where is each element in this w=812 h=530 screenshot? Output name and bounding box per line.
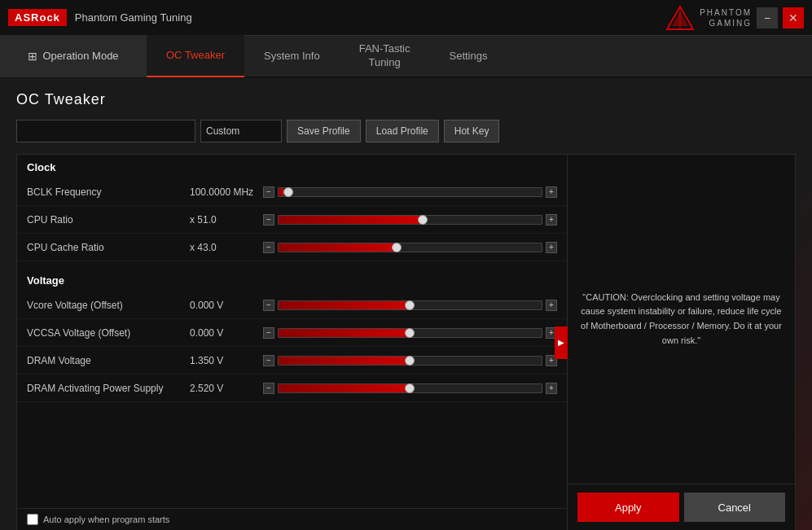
load-profile-button[interactable]: Load Profile — [366, 120, 439, 142]
tab-fan-tastic[interactable]: FAN-TasticTuning — [340, 35, 430, 77]
table-row: DRAM Voltage 1.350 V − + — [17, 347, 567, 375]
titlebar: ASRock Phantom Gaming Tuning PHANTOM GAM… — [0, 0, 812, 36]
table-row: CPU Ratio x 51.0 − + — [17, 206, 567, 234]
slider-fill — [279, 243, 397, 252]
titlebar-right: PHANTOM GAMING − ✕ — [665, 5, 804, 31]
setting-value: 0.000 V — [190, 327, 263, 339]
settings-area: Clock BCLK Frequency 100.0000 MHz − + C — [16, 154, 568, 530]
right-panel: ▶ "CAUTION: Overclocking and setting vol… — [568, 154, 796, 530]
slider-container: − + — [263, 242, 557, 253]
tab-operation-mode[interactable]: ⊞ Operation Mode — [0, 35, 147, 77]
setting-label: VCCSA Voltage (Offset) — [27, 327, 190, 339]
tab-settings[interactable]: Settings — [430, 35, 507, 77]
auto-apply-label: Auto apply when program starts — [43, 515, 169, 524]
close-button[interactable]: ✕ — [783, 7, 804, 28]
slider-plus[interactable]: + — [546, 300, 557, 311]
navbar: ⊞ Operation Mode OC Tweaker System Info … — [0, 36, 812, 78]
slider-fill — [279, 216, 424, 224]
slider-thumb — [405, 383, 415, 393]
slider-fill — [279, 329, 410, 337]
setting-value: 0.000 V — [190, 300, 263, 311]
setting-label: DRAM Voltage — [27, 355, 190, 366]
save-profile-button[interactable]: Save Profile — [287, 120, 361, 142]
main-content: OC Tweaker Save Profile Load Profile Hot… — [0, 78, 812, 530]
slider-track[interactable] — [278, 383, 542, 393]
slider-container: − + — [263, 300, 557, 311]
asrock-logo: ASRock — [8, 9, 67, 26]
setting-value: 100.0000 MHz — [190, 186, 263, 198]
slider-container: − + — [263, 214, 557, 226]
settings-scroll[interactable]: Clock BCLK Frequency 100.0000 MHz − + C — [17, 155, 567, 530]
cancel-button[interactable]: Cancel — [684, 493, 786, 522]
slider-fill — [279, 301, 410, 309]
auto-apply-checkbox[interactable] — [27, 514, 38, 525]
slider-track[interactable] — [278, 300, 542, 310]
warning-text: "CAUTION: Overclocking and setting volta… — [581, 291, 782, 348]
setting-value: x 43.0 — [190, 242, 263, 253]
auto-apply-row: Auto apply when program starts — [17, 508, 567, 530]
slider-track[interactable] — [278, 215, 542, 225]
slider-thumb — [418, 215, 428, 225]
slider-plus[interactable]: + — [546, 242, 557, 253]
setting-label: DRAM Activating Power Supply — [27, 383, 190, 394]
action-row: Apply Cancel — [568, 484, 796, 530]
slider-thumb — [392, 243, 402, 252]
slider-thumb — [405, 356, 415, 366]
slider-fill — [279, 357, 410, 365]
slider-track[interactable] — [278, 328, 542, 338]
tab-label: FAN-TasticTuning — [359, 42, 410, 70]
slider-minus[interactable]: − — [263, 383, 274, 394]
slider-plus[interactable]: + — [546, 186, 557, 198]
tab-label: OC Tweaker — [166, 49, 225, 63]
profile-row: Save Profile Load Profile Hot Key — [16, 120, 796, 142]
tab-label: System Info — [264, 50, 320, 64]
tweaker-panel: Clock BCLK Frequency 100.0000 MHz − + C — [16, 154, 796, 530]
slider-fill — [279, 384, 410, 392]
slider-thumb — [405, 328, 415, 338]
slider-plus[interactable]: + — [546, 214, 557, 226]
table-row: CPU Cache Ratio x 43.0 − + — [17, 234, 567, 261]
setting-value: 1.350 V — [190, 355, 263, 366]
page-title: OC Tweaker — [16, 91, 796, 108]
setting-label: CPU Cache Ratio — [27, 242, 190, 253]
slider-minus[interactable]: − — [263, 355, 274, 366]
grid-icon: ⊞ — [28, 49, 37, 64]
voltage-section-header: Voltage — [17, 268, 567, 291]
slider-track[interactable] — [278, 243, 542, 252]
minimize-button[interactable]: − — [757, 7, 778, 28]
slider-container: − + — [263, 186, 557, 198]
setting-value: 2.520 V — [190, 383, 263, 394]
apply-button[interactable]: Apply — [577, 493, 679, 522]
slider-track[interactable] — [278, 356, 542, 366]
profile-name-input[interactable] — [200, 120, 282, 142]
slider-thumb — [283, 187, 293, 197]
setting-label: CPU Ratio — [27, 214, 190, 226]
setting-label: Vcore Voltage (Offset) — [27, 300, 190, 311]
slider-minus[interactable]: − — [263, 186, 274, 198]
tab-label: Operation Mode — [42, 50, 118, 64]
tab-system-info[interactable]: System Info — [244, 35, 340, 77]
slider-minus[interactable]: − — [263, 214, 274, 226]
app-title: Phantom Gaming Tuning — [75, 11, 192, 24]
table-row: BCLK Frequency 100.0000 MHz − + — [17, 178, 567, 206]
slider-container: − + — [263, 327, 557, 339]
warning-box: "CAUTION: Overclocking and setting volta… — [568, 154, 796, 484]
slider-minus[interactable]: − — [263, 242, 274, 253]
collapse-panel-button[interactable]: ▶ — [555, 326, 568, 359]
slider-minus[interactable]: − — [263, 327, 274, 339]
slider-minus[interactable]: − — [263, 300, 274, 311]
setting-label: BCLK Frequency — [27, 186, 190, 198]
titlebar-left: ASRock Phantom Gaming Tuning — [8, 9, 192, 26]
profile-dropdown[interactable] — [16, 120, 195, 142]
slider-container: − + — [263, 383, 557, 394]
setting-value: x 51.0 — [190, 214, 263, 226]
clock-section-header: Clock — [17, 155, 567, 178]
slider-plus[interactable]: + — [546, 383, 557, 394]
slider-track[interactable] — [278, 187, 542, 197]
table-row: VCCSA Voltage (Offset) 0.000 V − + — [17, 319, 567, 347]
phantom-text: PHANTOM GAMING — [700, 7, 752, 28]
slider-container: − + — [263, 355, 557, 366]
hot-key-button[interactable]: Hot Key — [444, 120, 500, 142]
tab-oc-tweaker[interactable]: OC Tweaker — [147, 35, 244, 77]
phantom-logo-icon — [665, 5, 695, 31]
